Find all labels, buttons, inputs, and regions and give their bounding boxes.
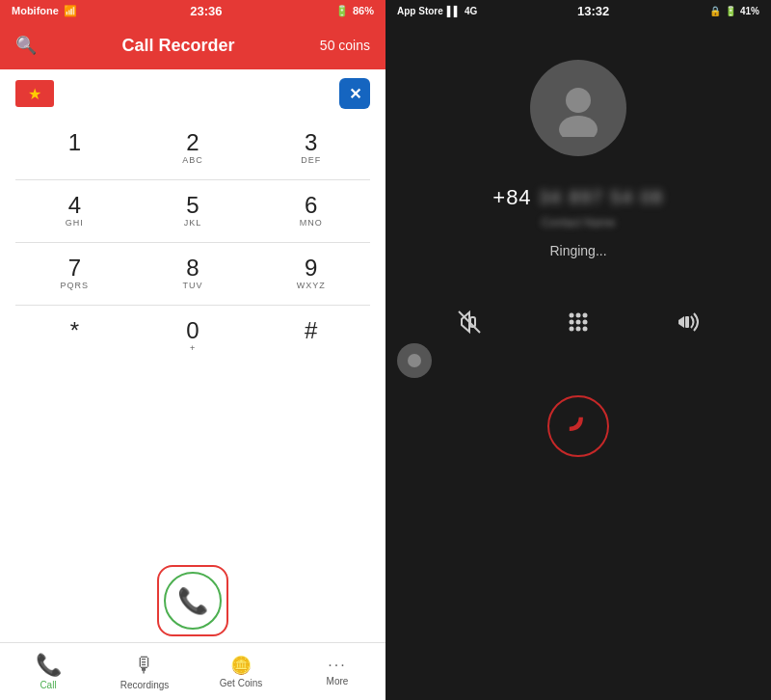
dial-key-7[interactable]: 7 PQRS <box>15 243 134 305</box>
dial-key-3[interactable]: 3 DEF <box>252 118 370 179</box>
dial-key-9[interactable]: 9 WXYZ <box>252 243 370 305</box>
svg-point-11 <box>569 327 573 332</box>
phone-number-display: +84 34 897 54 08 <box>492 185 663 210</box>
nav-more[interactable]: ··· More <box>289 643 386 700</box>
person-avatar-icon <box>549 79 607 137</box>
recordings-nav-label: Recordings <box>120 680 170 690</box>
contact-name-blurred: Contact Name <box>542 216 616 229</box>
coins-nav-icon: 🪙 <box>230 655 252 676</box>
svg-point-7 <box>582 313 587 318</box>
lock-icon-right: 🔒 <box>709 6 721 16</box>
mute-icon <box>455 308 484 337</box>
dial-key-1[interactable]: 1 <box>15 118 134 179</box>
speaker-button[interactable] <box>662 297 712 347</box>
svg-point-6 <box>575 313 580 318</box>
left-panel: Mobifone 📶 23:36 🔋 86% 🔍 Call Recorder 5… <box>0 0 386 700</box>
search-icon[interactable]: 🔍 <box>15 35 37 56</box>
dial-key-6[interactable]: 6 MNO <box>252 180 370 242</box>
svg-rect-15 <box>685 316 689 328</box>
side-button[interactable] <box>397 343 432 378</box>
svg-point-8 <box>569 320 573 325</box>
dialpad-row-1: 1 2 ABC 3 DEF <box>15 118 370 180</box>
dialpad-row-2: 4 GHI 5 JKL 6 MNO <box>15 180 370 243</box>
battery-text-left: 86% <box>353 5 374 16</box>
signal-icon-right: ▌▌ <box>447 6 461 16</box>
carrier-text: Mobifone <box>12 5 59 16</box>
wifi-signal-icon: 📶 <box>64 5 77 17</box>
ringing-status: Ringing... <box>549 243 606 258</box>
speaker-icon <box>673 308 702 337</box>
keypad-button[interactable] <box>553 297 603 347</box>
call-button-inner: 📞 <box>164 572 222 630</box>
dial-key-2[interactable]: 2 ABC <box>134 118 253 179</box>
end-call-area <box>547 395 609 457</box>
call-button-area: 📞 <box>0 555 386 642</box>
recordings-nav-icon: 🎙 <box>134 653 155 678</box>
clear-icon: ✕ <box>349 85 361 103</box>
right-panel: App Store ▌▌ 4G 13:32 🔒 🔋 41% +84 34 897… <box>386 0 771 700</box>
svg-point-10 <box>582 320 587 325</box>
time-left: 23:36 <box>190 4 222 18</box>
status-bar-right: App Store ▌▌ 4G 13:32 🔒 🔋 41% <box>386 0 771 21</box>
app-header: 🔍 Call Recorder 50 coins <box>0 21 386 69</box>
nav-call[interactable]: 📞 Call <box>0 643 96 700</box>
call-screen: +84 34 897 54 08 Contact Name Ringing... <box>386 21 771 700</box>
phone-call-icon: 📞 <box>177 586 208 616</box>
end-call-icon <box>564 412 593 441</box>
call-nav-label: Call <box>40 680 56 690</box>
phone-country-code: +84 <box>492 185 531 210</box>
coins-display: 50 coins <box>320 38 370 53</box>
more-nav-label: More <box>327 676 349 687</box>
app-title: Call Recorder <box>37 36 320 56</box>
network-type: 4G <box>465 6 477 16</box>
flag-star-icon: ★ <box>28 85 41 103</box>
country-flag-button[interactable]: ★ <box>15 80 54 107</box>
app-store-text: App Store <box>397 6 443 16</box>
dial-key-5[interactable]: 5 JKL <box>134 180 253 242</box>
svg-marker-14 <box>678 316 684 328</box>
clear-button[interactable]: ✕ <box>339 78 370 109</box>
battery-icon-right: 🔋 <box>725 6 736 16</box>
time-right: 13:32 <box>577 4 609 18</box>
battery-text-right: 41% <box>740 6 759 16</box>
flag-row: ★ ✕ <box>0 69 386 118</box>
end-call-button[interactable] <box>547 395 609 457</box>
more-nav-icon: ··· <box>328 657 346 674</box>
call-nav-icon: 📞 <box>36 653 62 678</box>
call-controls <box>386 297 771 347</box>
bottom-nav: 📞 Call 🎙 Recordings 🪙 Get Coins ··· More <box>0 642 386 700</box>
svg-point-9 <box>575 320 580 325</box>
dial-key-4[interactable]: 4 GHI <box>15 180 134 242</box>
dialpad: 1 2 ABC 3 DEF 4 GHI 5 JKL 6 MN <box>0 118 386 555</box>
side-button-icon <box>408 354 421 367</box>
svg-point-13 <box>582 327 587 332</box>
battery-icon-left: 🔋 <box>335 5 349 17</box>
svg-point-0 <box>566 88 591 113</box>
phone-number-blurred: 34 897 54 08 <box>540 188 664 208</box>
svg-point-1 <box>559 116 598 137</box>
dialpad-row-3: 7 PQRS 8 TUV 9 WXYZ <box>15 243 370 306</box>
nav-recordings[interactable]: 🎙 Recordings <box>96 643 193 700</box>
call-button-outer[interactable]: 📞 <box>157 565 228 636</box>
avatar <box>530 60 626 156</box>
dial-key-0[interactable]: 0 + <box>134 306 253 367</box>
dial-key-star[interactable]: * <box>15 306 134 367</box>
mute-button[interactable] <box>444 297 494 347</box>
nav-get-coins[interactable]: 🪙 Get Coins <box>193 643 289 700</box>
svg-point-12 <box>575 327 580 332</box>
coins-nav-label: Get Coins <box>220 678 262 688</box>
status-bar-left: Mobifone 📶 23:36 🔋 86% <box>0 0 386 21</box>
dial-key-hash[interactable]: # <box>252 306 370 367</box>
dialpad-row-4: * 0 + # <box>15 306 370 367</box>
dial-key-8[interactable]: 8 TUV <box>134 243 253 305</box>
svg-point-5 <box>569 313 573 318</box>
keypad-icon <box>565 309 592 336</box>
